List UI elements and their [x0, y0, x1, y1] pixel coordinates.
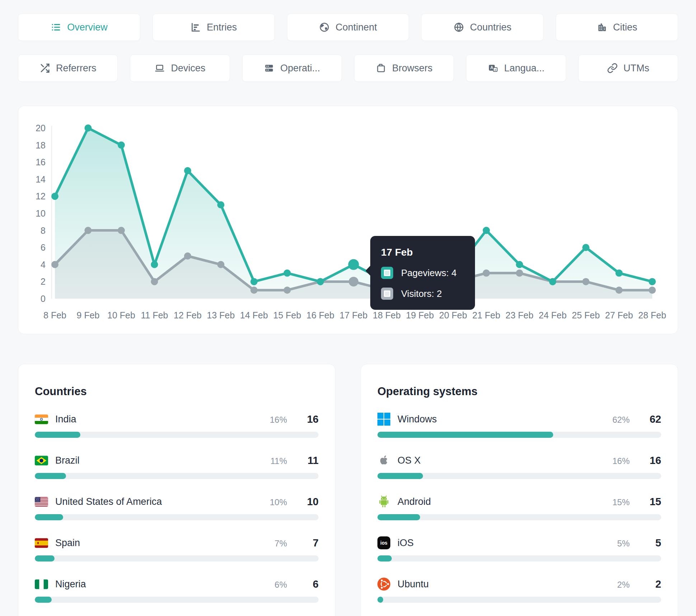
operating-systems-panel: Operating systems Windows 62% 62 [361, 364, 678, 616]
svg-text:28 Feb: 28 Feb [638, 310, 666, 320]
svg-text:4: 4 [41, 260, 46, 270]
chart-tooltip: 17 Feb Pageviews: 4 Visitors: 2 [370, 236, 475, 310]
tooltip-row-visitors: Visitors: 2 [381, 288, 463, 300]
tab-overview[interactable]: Overview [18, 14, 140, 41]
tab-devices[interactable]: Devices [130, 55, 230, 82]
progress-bar [377, 432, 661, 438]
list-item-ios: ios iOS 5% 5 [377, 535, 661, 561]
svg-text:16: 16 [36, 157, 46, 167]
link-icon [607, 63, 618, 74]
tab-continent[interactable]: Continent [287, 14, 409, 41]
pageviews-swatch-icon [381, 267, 393, 279]
tab-utms[interactable]: UTMs [578, 55, 678, 82]
svg-text:16 Feb: 16 Feb [306, 310, 334, 320]
nigeria-flag-icon [35, 579, 48, 589]
country-name: India [55, 414, 76, 425]
tab-label: Operati... [280, 63, 320, 74]
tab-label: Entries [207, 22, 237, 33]
ubuntu-logo-icon [377, 578, 390, 591]
tab-referrers[interactable]: Referrers [18, 55, 118, 82]
tabrow-secondary: Referrers Devices [18, 55, 678, 82]
tab-countries[interactable]: Countries [421, 14, 544, 41]
tooltip-row-pageviews: Pageviews: 4 [381, 267, 463, 279]
ios-logo-icon: ios [377, 536, 390, 549]
list-item-india: India 16% 16 [35, 412, 319, 438]
tab-label: Continent [335, 22, 377, 33]
tab-entries[interactable]: Entries [152, 14, 275, 41]
svg-text:9 Feb: 9 Feb [77, 310, 100, 320]
country-percent: 11% [271, 456, 287, 466]
tab-operating-systems[interactable]: Operati... [242, 55, 342, 82]
list-item-osx: OS X 16% 16 [377, 453, 661, 479]
svg-text:17 Feb: 17 Feb [340, 310, 368, 320]
laptop-icon [154, 63, 165, 74]
svg-text:z: z [494, 68, 496, 71]
tab-cities[interactable]: Cities [556, 14, 678, 41]
country-percent: 10% [270, 497, 287, 507]
analytics-dashboard: Overview Entries Continen [0, 0, 696, 616]
svg-text:24 Feb: 24 Feb [539, 310, 567, 320]
country-name: United States of America [55, 496, 162, 507]
pageviews-visitors-line-chart[interactable]: 024681012141618208 Feb9 Feb10 Feb11 Feb1… [18, 106, 678, 334]
progress-bar [35, 514, 319, 520]
progress-bar [35, 555, 319, 561]
spain-flag-icon [35, 538, 48, 548]
svg-text:18 Feb: 18 Feb [373, 310, 401, 320]
country-name: Brazil [55, 455, 80, 466]
country-count: 10 [299, 496, 319, 508]
svg-text:20: 20 [36, 123, 46, 133]
translate-icon: A z [488, 63, 498, 74]
bar-chart-icon [190, 22, 201, 33]
tab-label: Referrers [56, 63, 97, 74]
svg-text:27 Feb: 27 Feb [605, 310, 633, 320]
tab-label: Langua... [504, 63, 545, 74]
globe-icon [453, 22, 464, 33]
tab-label: Devices [171, 63, 205, 74]
os-name: Android [398, 496, 431, 507]
list-item-nigeria: Nigeria 6% 6 [35, 577, 319, 603]
svg-text:6: 6 [41, 242, 46, 252]
svg-text:8 Feb: 8 Feb [43, 310, 66, 320]
country-count: 6 [299, 578, 319, 590]
progress-bar [377, 473, 661, 479]
country-count: 11 [299, 455, 319, 466]
os-count: 16 [642, 455, 661, 466]
server-icon [264, 63, 274, 74]
os-name: OS X [398, 455, 421, 466]
brazil-flag-icon [35, 456, 48, 465]
list-item-brazil: Brazil 11% 11 [35, 453, 319, 479]
svg-text:ios: ios [380, 540, 387, 546]
os-percent: 62% [612, 415, 630, 425]
tab-label: UTMs [624, 63, 649, 74]
tab-browsers[interactable]: Browsers [354, 55, 454, 82]
visitors-swatch-icon [381, 288, 393, 300]
os-percent: 5% [617, 539, 630, 549]
city-icon [597, 22, 607, 33]
usa-flag-icon [35, 497, 48, 507]
country-count: 7 [299, 537, 319, 549]
tab-languages[interactable]: A z Langua... [466, 55, 566, 82]
country-percent: 6% [274, 580, 287, 590]
panel-title: Countries [35, 385, 319, 398]
progress-bar [377, 555, 661, 561]
list-item-spain: Spain 7% 7 [35, 535, 319, 561]
country-count: 16 [299, 413, 319, 425]
svg-text:2: 2 [41, 276, 46, 286]
apple-logo-icon [377, 454, 390, 467]
os-count: 5 [642, 537, 661, 549]
progress-bar [35, 432, 319, 438]
list-item-windows: Windows 62% 62 [377, 412, 661, 438]
windows-logo-icon [377, 413, 390, 426]
india-flag-icon [35, 414, 48, 424]
tooltip-date: 17 Feb [381, 247, 463, 258]
tab-label: Countries [470, 22, 512, 33]
country-name: Nigeria [55, 579, 86, 590]
svg-text:11 Feb: 11 Feb [141, 310, 168, 320]
tabrow-primary: Overview Entries Continen [18, 14, 678, 41]
svg-text:23 Feb: 23 Feb [505, 310, 533, 320]
os-name: Ubuntu [398, 579, 429, 590]
os-percent: 16% [612, 456, 630, 466]
country-percent: 16% [270, 415, 287, 425]
tooltip-visitors-value: Visitors: 2 [401, 288, 442, 299]
android-logo-icon [377, 495, 390, 508]
